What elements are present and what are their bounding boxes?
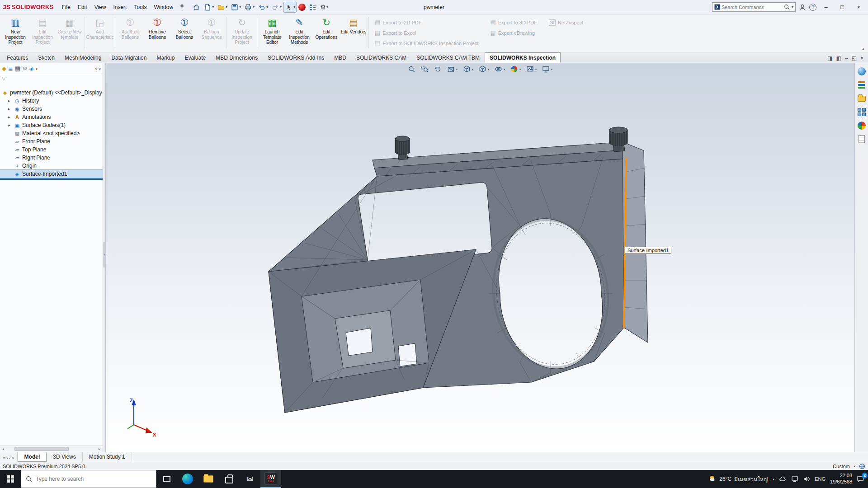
nav-next-icon[interactable]: › xyxy=(9,455,11,460)
apply-scene-icon[interactable]: ▾ xyxy=(526,65,538,74)
save-button[interactable]: ▾ xyxy=(229,2,242,13)
expand-caret-icon[interactable]: ▸ xyxy=(8,99,12,103)
net-inspect-button[interactable]: NINet-Inspect xyxy=(549,19,583,26)
tree-item-annotations[interactable]: ▸ A Annotations xyxy=(0,113,103,121)
volume-icon[interactable] xyxy=(803,476,810,482)
action-center-icon[interactable]: 2 xyxy=(857,475,864,483)
chevron-down-icon[interactable]: ▾ xyxy=(326,5,328,9)
expand-caret-icon[interactable]: ▸ xyxy=(8,107,12,111)
display-style-icon[interactable]: ▾ xyxy=(478,65,490,74)
menu-view[interactable]: View xyxy=(91,0,110,14)
menu-insert[interactable]: Insert xyxy=(109,0,130,14)
menu-tools[interactable]: Tools xyxy=(130,0,150,14)
window-tile-icon[interactable]: ◨ xyxy=(827,55,832,61)
expand-caret-icon[interactable]: ▸ xyxy=(8,115,12,119)
network-icon[interactable] xyxy=(791,476,798,482)
custom-properties-icon[interactable] xyxy=(857,135,866,144)
select-tool-button[interactable]: ▾ xyxy=(283,2,297,13)
start-button[interactable] xyxy=(0,470,21,488)
tree-item-material[interactable]: . ▩ Material <not specified> xyxy=(0,129,103,137)
input-language-indicator[interactable]: ENG xyxy=(815,476,826,482)
add-edit-balloons-button[interactable]: ①Add/Edit Balloons xyxy=(117,15,144,50)
undo-button[interactable]: ▾ xyxy=(256,2,269,13)
search-icon[interactable] xyxy=(784,4,790,10)
tree-root-item[interactable]: ◆ pwmeter (Default) <<Default>_Display xyxy=(0,89,103,97)
featuremanager-tree-tab-icon[interactable]: ◆ xyxy=(2,65,6,72)
tab-features[interactable]: Features xyxy=(2,52,33,63)
maximize-button[interactable]: □ xyxy=(835,1,849,13)
onedrive-cloud-icon[interactable] xyxy=(779,476,787,482)
tab-sketch[interactable]: Sketch xyxy=(33,52,60,63)
performance-sphere-icon[interactable] xyxy=(297,2,307,13)
microsoft-store-icon[interactable] xyxy=(219,470,240,488)
tree-horizontal-scrollbar[interactable]: ◂ ▸ xyxy=(0,446,103,452)
file-explorer-taskbar-icon[interactable] xyxy=(198,470,219,488)
edit-inspection-project-button[interactable]: ▤Edit Inspection Project xyxy=(29,15,56,50)
view-settings-icon[interactable]: ▾ xyxy=(542,65,553,74)
export-edrawing-button[interactable]: ▤Export eDrawing xyxy=(490,29,537,36)
expand-caret-icon[interactable]: ▸ xyxy=(8,123,12,127)
model-viewport[interactable]: Z X ▾ ▾ ▾ ▾ ▾ ▾ ▾ Surface-Imp xyxy=(106,63,854,452)
tree-item-surface-imported1[interactable]: . ◈ Surface-Imported1 xyxy=(0,170,103,178)
new-inspection-project-button[interactable]: ▥New Inspection Project xyxy=(2,15,29,50)
display-manager-tab-icon[interactable]: ◈ xyxy=(29,65,34,72)
add-characteristic-button[interactable]: ◲Add Characteristic xyxy=(86,15,113,50)
tree-item-history[interactable]: ▸ ◷ History xyxy=(0,97,103,105)
cam-manager-tab-icon[interactable]: ◐ xyxy=(36,66,39,71)
home-button[interactable] xyxy=(191,2,202,13)
menu-pin-icon[interactable] xyxy=(179,4,184,10)
doc-close-icon[interactable]: × xyxy=(860,55,863,61)
tab-mbd-dimensions[interactable]: MBD Dimensions xyxy=(211,52,263,63)
show-hidden-icons-caret[interactable]: ▴ xyxy=(773,477,774,481)
rollback-bar[interactable] xyxy=(0,178,103,180)
panel-scroll-left-icon[interactable]: ‹ xyxy=(95,65,97,72)
redo-button[interactable]: ▾ xyxy=(270,2,283,13)
chevron-down-icon[interactable]: ▾ xyxy=(253,5,255,9)
chevron-down-icon[interactable]: ▾ xyxy=(792,5,793,9)
tab-mbd[interactable]: MBD xyxy=(329,52,351,63)
doc-restore-icon[interactable]: ◱ xyxy=(852,55,857,61)
scrollbar-thumb[interactable] xyxy=(14,447,69,451)
zoom-to-fit-icon[interactable] xyxy=(407,65,416,74)
window-cascade-icon[interactable]: ◧ xyxy=(836,55,841,61)
scroll-right-icon[interactable]: ▸ xyxy=(96,447,103,451)
property-manager-tab-icon[interactable]: ≣ xyxy=(8,65,13,72)
command-search[interactable]: ▾ xyxy=(712,2,796,12)
tab-markup[interactable]: Markup xyxy=(151,52,179,63)
remove-balloons-button[interactable]: ①Remove Balloons xyxy=(144,15,171,50)
panel-scroll-right-icon[interactable]: › xyxy=(99,65,101,72)
section-view-icon[interactable]: ▾ xyxy=(446,65,458,74)
scrollbar-track[interactable] xyxy=(6,446,96,452)
close-button[interactable]: × xyxy=(852,1,865,13)
hide-show-items-icon[interactable]: ▾ xyxy=(494,65,505,74)
open-document-button[interactable]: ▾ xyxy=(216,2,229,13)
export-3d-pdf-button[interactable]: ▤Export to 3D PDF xyxy=(490,19,537,26)
edit-appearance-icon[interactable]: ▾ xyxy=(510,65,522,74)
chevron-down-icon[interactable]: ▾ xyxy=(212,5,214,9)
design-library-icon[interactable] xyxy=(857,80,866,89)
tree-item-front-plane[interactable]: . ▱ Front Plane xyxy=(0,137,103,145)
tab-data-migration[interactable]: Data Migration xyxy=(106,52,151,63)
tree-item-sensors[interactable]: ▸ ◉ Sensors xyxy=(0,105,103,113)
small-rect-hole[interactable] xyxy=(398,343,417,366)
dimxpert-manager-tab-icon[interactable]: ⚙ xyxy=(22,65,28,72)
view-palette-icon[interactable] xyxy=(857,108,866,117)
weather-widget[interactable]: 26°C มีเมฆส่วนใหญ่ xyxy=(708,475,768,483)
chevron-down-icon[interactable]: ▾ xyxy=(226,5,227,9)
tree-item-origin[interactable]: . + Origin xyxy=(0,162,103,170)
configuration-manager-tab-icon[interactable]: ▤ xyxy=(15,65,20,72)
taskbar-clock[interactable]: 22:08 19/6/2568 xyxy=(830,473,852,485)
solidworks-resources-icon[interactable] xyxy=(857,67,866,76)
edit-operations-button[interactable]: ↻Edit Operations xyxy=(313,15,340,50)
square-through-hole[interactable] xyxy=(346,328,373,356)
tab-motion-study-1[interactable]: Motion Study 1 xyxy=(83,452,132,462)
edit-vendors-button[interactable]: ▤Edit Vendors xyxy=(340,15,367,50)
chevron-down-icon[interactable]: ▾ xyxy=(239,5,241,9)
chevron-down-icon[interactable]: ▾ xyxy=(266,5,268,9)
menu-edit[interactable]: Edit xyxy=(74,0,91,14)
tab-model[interactable]: Model xyxy=(18,452,47,462)
menu-file[interactable]: File xyxy=(58,0,74,14)
chevron-down-icon[interactable]: ▾ xyxy=(280,5,282,9)
solidworks-taskbar-icon[interactable]: SW2024 xyxy=(260,470,281,488)
file-explorer-icon[interactable] xyxy=(857,94,866,103)
